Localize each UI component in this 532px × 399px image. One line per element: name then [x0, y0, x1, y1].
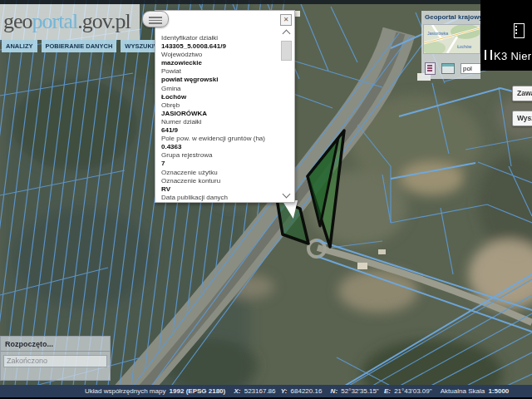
svg-text:Łochów: Łochów — [457, 44, 472, 49]
scroll-down-icon[interactable] — [283, 192, 291, 199]
y-label: Y: — [281, 387, 288, 395]
collapse-menu-icon[interactable] — [142, 11, 169, 27]
minimap-panel: Geoportal krajowy Jasiorówka Łochów — [421, 11, 480, 79]
progress-started-label: Rozpoczęto... — [1, 337, 110, 352]
status-bar: Układ współrzędnych mapy 1992 (EPSG 2180… — [0, 385, 532, 397]
progress-finished-label: Zakończono — [3, 355, 107, 367]
watermark-text: K3 Nier — [485, 50, 531, 62]
menu-item-analizy[interactable]: ANALIZY — [2, 40, 37, 52]
language-input[interactable] — [461, 63, 480, 74]
scrollbar-thumb[interactable] — [281, 41, 292, 61]
field-label: Obręb — [161, 101, 279, 110]
n-label: N: — [331, 387, 337, 395]
hamburger-icon — [149, 15, 162, 24]
building-icon — [514, 23, 525, 38]
main-menu: ANALIZY POBIERANIE DANYCH WYSZUKIWANIA — [2, 40, 179, 52]
logo-panel: geoportal.gov.pl — [0, 4, 140, 40]
field-label: Oznaczenie użytku — [161, 169, 279, 177]
field-label: Powiat — [161, 67, 279, 76]
field-label: Data publikacji danych — [161, 194, 279, 202]
field-label: Numer działki — [161, 118, 279, 126]
field-value: Łochów — [161, 93, 279, 101]
field-label: Województwo — [161, 51, 279, 59]
geoportal-logo: geoportal.gov.pl — [3, 9, 131, 34]
field-value: RV — [161, 185, 279, 194]
minimap-toolbar — [425, 62, 480, 75]
coord-system-label: Układ współrzędnych mapy — [85, 387, 165, 395]
field-label: Oznaczenie konturu — [161, 177, 279, 185]
k3-logo-icon — [485, 50, 492, 60]
close-icon[interactable]: ✕ — [280, 14, 292, 26]
field-value: 143305_5.0008.641/9 — [161, 42, 279, 51]
x-label: X: — [234, 387, 240, 395]
coord-system-value: 1992 (EPSG 2180) — [170, 387, 226, 395]
y-value: 684220.16 — [291, 387, 323, 395]
n-value: 52°32'35.15" — [341, 387, 378, 395]
svg-text:Jasiorówka: Jasiorówka — [427, 31, 448, 36]
search-button[interactable]: Wyszu — [512, 111, 532, 126]
field-value: 7 — [161, 160, 279, 168]
minimap-title: Geoportal krajowy — [421, 11, 480, 22]
field-label: Grupa rejestrowa — [161, 151, 279, 160]
minimap-image[interactable]: Jasiorówka Łochów — [423, 24, 480, 54]
scroll-up-icon[interactable] — [283, 29, 291, 36]
field-label: Gmina — [161, 85, 279, 93]
scale-label: Aktualna Skala — [441, 387, 485, 395]
map-contents-button[interactable]: Zawar — [512, 86, 532, 101]
field-value: JASIORÓWKA — [161, 110, 279, 118]
parcel-info-popup: Identyfikator działki 143305_5.0008.641/… — [155, 10, 295, 203]
field-value: powiat węgrowski — [161, 76, 279, 84]
scale-value: 1:5000 — [488, 387, 509, 395]
parcel-attributes: Identyfikator działki 143305_5.0008.641/… — [161, 34, 279, 202]
e-value: 21°43'03.09" — [394, 387, 431, 395]
field-value: mazowieckie — [161, 59, 279, 67]
x-value: 523167.86 — [244, 387, 276, 395]
field-value: 0.4363 — [161, 143, 279, 151]
menu-item-pobieranie-danych[interactable]: POBIERANIE DANYCH — [42, 40, 117, 52]
e-label: E: — [384, 387, 391, 395]
field-label: Pole pow. w ewidencji gruntów (ha) — [161, 135, 279, 143]
progress-panel: Rozpoczęto... Zakończono — [0, 336, 111, 381]
report-icon[interactable] — [425, 62, 436, 75]
watermark-box: K3 Nier — [480, 0, 532, 71]
field-value: 641/9 — [161, 126, 279, 135]
field-label: Identyfikator działki — [161, 34, 279, 42]
screen-icon[interactable] — [441, 63, 455, 74]
